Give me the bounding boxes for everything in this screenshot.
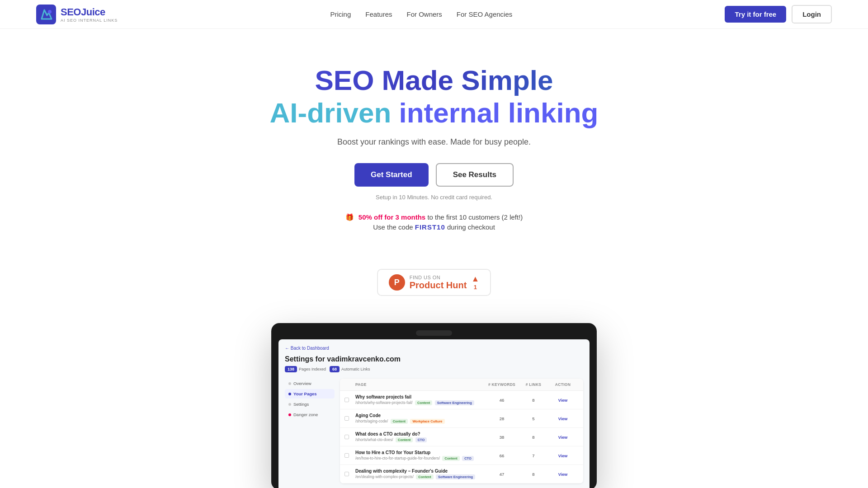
find-us-label: FIND US ON	[410, 275, 467, 280]
col-links: # LINKS	[520, 382, 547, 387]
link-count: 5	[520, 416, 547, 421]
tag-cto: CTO	[415, 437, 427, 442]
product-hunt-text: FIND US ON Product Hunt	[410, 275, 467, 291]
product-hunt-upvote[interactable]: ▲ 1	[471, 274, 479, 291]
page-info: Why software projects fail /shorts/why-s…	[355, 394, 484, 405]
page-url: /shorts/aging-code/ Content Workplace Cu…	[355, 419, 484, 424]
row-checkbox[interactable]	[344, 435, 349, 439]
svg-point-2	[48, 10, 52, 14]
promo-code: FIRST10	[415, 223, 445, 231]
link-count: 7	[520, 453, 547, 458]
hero-cta: Get Started See Results	[9, 163, 859, 187]
col-action: ACTION	[547, 382, 579, 387]
logo[interactable]: SEOJuice AI SEO INTERNAL LINKS	[36, 5, 118, 24]
row-checkbox[interactable]	[344, 398, 349, 402]
stats-badges: 138 Pages Indexed 68 Automatic Links	[285, 366, 583, 372]
page-title: Why software projects fail	[355, 394, 484, 399]
promo-highlight: 50% off for 3 months	[359, 213, 425, 221]
overview-icon	[288, 382, 291, 385]
view-action[interactable]: View	[547, 434, 579, 440]
page-title: How to Hire a CTO for Your Startup	[355, 450, 484, 455]
page-url: /en/dealing-with-complex-projects/ Conte…	[355, 474, 484, 479]
tag-content: Content	[415, 400, 432, 405]
keyword-count: 46	[484, 398, 520, 403]
tag-content: Content	[391, 419, 408, 424]
nav-link-pricing[interactable]: Pricing	[330, 10, 351, 18]
table-row: What does a CTO actually do? /shorts/wha…	[340, 428, 583, 446]
login-button[interactable]: Login	[792, 5, 832, 23]
keyword-count: 28	[484, 416, 520, 421]
tag-content: Content	[442, 456, 459, 461]
tag-content: Content	[416, 474, 433, 479]
row-checkbox[interactable]	[344, 472, 349, 476]
sidebar-item-settings[interactable]: Settings	[285, 399, 335, 409]
col-page: PAGE	[355, 382, 484, 387]
settings-icon	[288, 403, 291, 406]
view-action[interactable]: View	[547, 397, 579, 403]
nav-link-features[interactable]: Features	[365, 10, 392, 18]
nav-link-for-seo-agencies[interactable]: For SEO Agencies	[457, 10, 512, 18]
link-count: 8	[520, 398, 547, 403]
sidebar-item-your-pages[interactable]: Your Pages	[285, 389, 335, 399]
page-info: Aging Code /shorts/aging-code/ Content W…	[355, 413, 484, 424]
table-row: Aging Code /shorts/aging-code/ Content W…	[340, 409, 583, 428]
col-keywords: # KEYWORDS	[484, 382, 520, 387]
sidebar-item-overview[interactable]: Overview	[285, 379, 335, 388]
product-hunt-name: Product Hunt	[410, 280, 467, 291]
upvote-count: 1	[474, 284, 477, 291]
mockup-section: ← Back to Dashboard Settings for vadimkr…	[0, 323, 868, 488]
view-action[interactable]: View	[547, 416, 579, 421]
row-checkbox[interactable]	[344, 453, 349, 458]
sidebar-your-pages-label: Your Pages	[293, 391, 317, 396]
keyword-count: 47	[484, 472, 520, 477]
view-action[interactable]: View	[547, 471, 579, 477]
tag-soft-eng: Software Engineering	[436, 474, 475, 479]
page-info: Dealing with complexity – Founder's Guid…	[355, 469, 484, 479]
laptop-notch-bar	[278, 330, 590, 336]
row-checkbox[interactable]	[344, 416, 349, 421]
back-to-dashboard[interactable]: ← Back to Dashboard	[285, 346, 583, 351]
page-title: Aging Code	[355, 413, 484, 418]
stat2-label: Automatic Links	[341, 367, 370, 371]
navbar: SEOJuice AI SEO INTERNAL LINKS Pricing F…	[0, 0, 868, 29]
stat1-num: 138	[285, 366, 297, 372]
keyword-count: 38	[484, 435, 520, 440]
page-info: How to Hire a CTO for Your Startup /en/h…	[355, 450, 484, 461]
page-info: What does a CTO actually do? /shorts/wha…	[355, 432, 484, 442]
sidebar-settings-label: Settings	[293, 402, 309, 407]
sidebar-danger-label: Danger zone	[293, 412, 318, 417]
link-count: 8	[520, 472, 547, 477]
promo-code-prefix: Use the code	[373, 223, 413, 231]
dashboard-layout: Overview Your Pages Settings Danger	[285, 379, 583, 483]
nav-actions: Try it for free Login	[725, 5, 832, 23]
stat1-label: Pages Indexed	[299, 367, 326, 371]
settings-title: Settings for vadimkravcenko.com	[285, 355, 583, 363]
tag-content: Content	[396, 437, 413, 442]
page-url: /en/how-to-hire-cto-for-startup-guide-fo…	[355, 456, 484, 461]
nav-links: Pricing Features For Owners For SEO Agen…	[330, 10, 512, 18]
stat2-num: 68	[330, 366, 340, 372]
get-started-button[interactable]: Get Started	[354, 163, 429, 187]
screen-content: ← Back to Dashboard Settings for vadimkr…	[278, 339, 590, 488]
view-action[interactable]: View	[547, 453, 579, 458]
laptop-mockup: ← Back to Dashboard Settings for vadimkr…	[271, 323, 597, 488]
see-results-button[interactable]: See Results	[436, 163, 514, 187]
page-url: /shorts/what-cto-does/ Content CTO	[355, 437, 484, 442]
keyword-count: 66	[484, 453, 520, 458]
product-hunt-logo: P	[389, 274, 405, 291]
pages-table: PAGE # KEYWORDS # LINKS ACTION Why softw…	[340, 379, 583, 483]
upvote-arrow-icon: ▲	[471, 274, 479, 284]
nav-link-for-owners[interactable]: For Owners	[406, 10, 442, 18]
table-row: Why software projects fail /shorts/why-s…	[340, 391, 583, 409]
your-pages-icon	[288, 393, 291, 395]
tag-workplace: Workplace Culture	[410, 419, 444, 424]
hero-title-2: AI-driven internal linking	[9, 98, 859, 128]
try-free-button[interactable]: Try it for free	[725, 6, 786, 23]
table-row: How to Hire a CTO for Your Startup /en/h…	[340, 446, 583, 465]
promo-code-suffix: during checkout	[447, 223, 495, 231]
sidebar-item-danger-zone[interactable]: Danger zone	[285, 410, 335, 419]
product-hunt-badge[interactable]: P FIND US ON Product Hunt ▲ 1	[377, 269, 491, 296]
logo-icon	[36, 5, 56, 24]
danger-icon	[288, 413, 291, 416]
page-url: /shorts/why-software-projects-fail/ Cont…	[355, 400, 484, 405]
